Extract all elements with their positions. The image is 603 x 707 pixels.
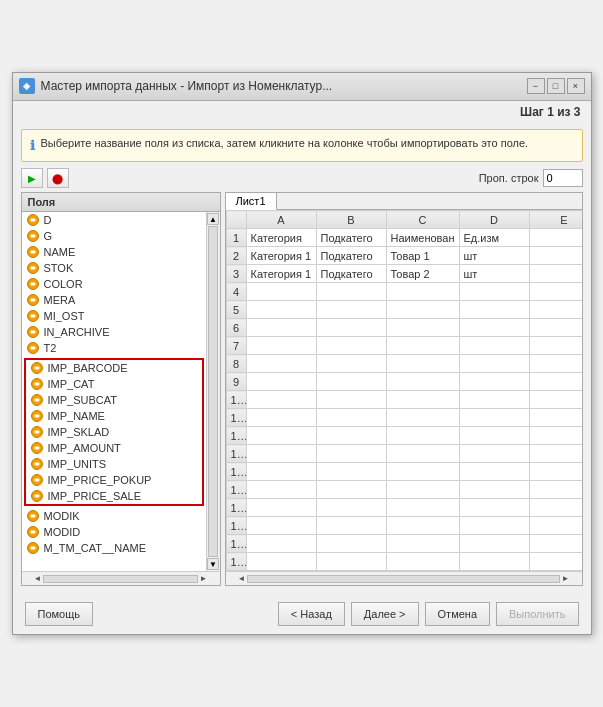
table-cell[interactable] [459, 535, 529, 553]
table-cell[interactable] [316, 409, 386, 427]
sheet-tab-1[interactable]: Лист1 [226, 193, 277, 210]
table-cell[interactable] [386, 445, 459, 463]
maximize-button[interactable]: □ [547, 78, 565, 94]
table-cell[interactable] [459, 355, 529, 373]
execute-button[interactable]: Выполнить [496, 602, 578, 626]
table-cell[interactable] [316, 301, 386, 319]
table-cell[interactable] [246, 355, 316, 373]
table-cell[interactable] [246, 283, 316, 301]
table-cell[interactable] [386, 391, 459, 409]
table-cell[interactable] [529, 283, 582, 301]
table-cell[interactable] [529, 391, 582, 409]
table-cell[interactable] [529, 247, 582, 265]
table-cell[interactable] [386, 355, 459, 373]
table-cell[interactable] [529, 499, 582, 517]
table-cell[interactable]: Ед.изм [459, 229, 529, 247]
table-cell[interactable] [386, 499, 459, 517]
left-hscroll-track[interactable] [43, 575, 197, 583]
stop-button[interactable]: ⬤ [47, 168, 69, 188]
table-cell[interactable] [386, 283, 459, 301]
table-cell[interactable] [316, 427, 386, 445]
table-cell[interactable]: Категория [246, 229, 316, 247]
cancel-button[interactable]: Отмена [425, 602, 490, 626]
table-cell[interactable] [316, 337, 386, 355]
list-item[interactable]: MI_OST [22, 308, 206, 324]
table-cell[interactable] [459, 481, 529, 499]
table-cell[interactable] [316, 463, 386, 481]
table-cell[interactable] [316, 517, 386, 535]
table-cell[interactable] [529, 445, 582, 463]
table-cell[interactable] [246, 517, 316, 535]
table-cell[interactable] [386, 301, 459, 319]
table-cell[interactable] [246, 535, 316, 553]
table-cell[interactable] [459, 301, 529, 319]
table-cell[interactable] [459, 517, 529, 535]
table-cell[interactable] [529, 409, 582, 427]
right-scroll-right[interactable]: ► [562, 574, 570, 583]
table-cell[interactable] [529, 463, 582, 481]
list-item[interactable]: M_TM_CAT__NAME [22, 540, 206, 556]
table-cell[interactable] [316, 283, 386, 301]
play-button[interactable]: ▶ [21, 168, 43, 188]
table-cell[interactable] [459, 499, 529, 517]
table-cell[interactable] [529, 319, 582, 337]
table-cell[interactable] [529, 553, 582, 571]
table-cell[interactable]: Подкатего [316, 229, 386, 247]
table-cell[interactable] [459, 391, 529, 409]
list-item[interactable]: T2 [22, 340, 206, 356]
table-cell[interactable]: шт [459, 265, 529, 283]
list-item[interactable]: IMP_SKLAD [26, 424, 202, 440]
table-cell[interactable]: шт [459, 247, 529, 265]
list-item[interactable]: IMP_UNITS [26, 456, 202, 472]
table-cell[interactable] [316, 535, 386, 553]
minimize-button[interactable]: − [527, 78, 545, 94]
table-cell[interactable] [459, 553, 529, 571]
table-cell[interactable] [316, 355, 386, 373]
table-cell[interactable] [246, 391, 316, 409]
table-cell[interactable] [386, 373, 459, 391]
scroll-up-btn[interactable]: ▲ [207, 213, 219, 225]
back-button[interactable]: < Назад [278, 602, 345, 626]
table-cell[interactable] [386, 481, 459, 499]
table-cell[interactable] [459, 463, 529, 481]
table-cell[interactable] [386, 517, 459, 535]
table-cell[interactable] [386, 553, 459, 571]
right-hscroll-track[interactable] [247, 575, 559, 583]
left-scroll-right[interactable]: ► [200, 574, 208, 583]
table-cell[interactable]: Товар 1 [386, 247, 459, 265]
table-cell[interactable] [246, 409, 316, 427]
help-button[interactable]: Помощь [25, 602, 94, 626]
table-cell[interactable] [316, 481, 386, 499]
table-cell[interactable] [386, 427, 459, 445]
list-item[interactable]: COLOR [22, 276, 206, 292]
col-header-D[interactable]: D [459, 211, 529, 229]
list-item[interactable]: IMP_NAME [26, 408, 202, 424]
table-cell[interactable] [246, 463, 316, 481]
table-cell[interactable] [246, 499, 316, 517]
table-cell[interactable] [459, 409, 529, 427]
table-cell[interactable] [529, 265, 582, 283]
list-item[interactable]: IMP_CAT [26, 376, 202, 392]
table-cell[interactable] [459, 283, 529, 301]
list-item[interactable]: IMP_PRICE_POKUP [26, 472, 202, 488]
skip-input[interactable] [543, 169, 583, 187]
table-cell[interactable]: Наименован [386, 229, 459, 247]
fields-list[interactable]: DGNAMESTOKCOLORMERAMI_OSTIN_ARCHIVET2IMP… [22, 212, 206, 571]
close-button[interactable]: × [567, 78, 585, 94]
table-cell[interactable] [459, 373, 529, 391]
table-cell[interactable] [386, 409, 459, 427]
list-item[interactable]: D [22, 212, 206, 228]
table-cell[interactable] [246, 553, 316, 571]
table-cell[interactable] [459, 319, 529, 337]
table-cell[interactable] [529, 427, 582, 445]
list-item[interactable]: MERA [22, 292, 206, 308]
table-cell[interactable] [246, 427, 316, 445]
col-header-C[interactable]: C [386, 211, 459, 229]
list-item[interactable]: MODID [22, 524, 206, 540]
table-cell[interactable]: Подкатего [316, 265, 386, 283]
table-cell[interactable] [246, 301, 316, 319]
table-cell[interactable] [529, 535, 582, 553]
table-cell[interactable] [316, 445, 386, 463]
scroll-track[interactable] [208, 226, 218, 557]
list-item[interactable]: IN_ARCHIVE [22, 324, 206, 340]
